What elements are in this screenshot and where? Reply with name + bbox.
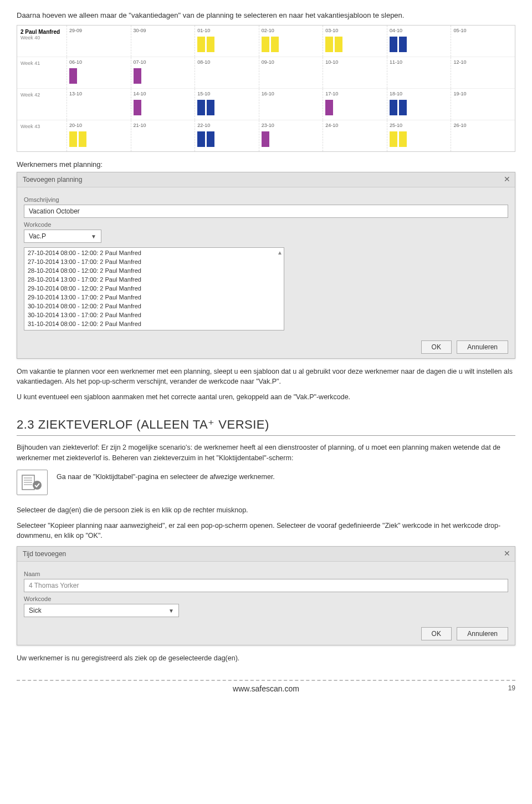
- calendar-day[interactable]: 19-10: [451, 89, 515, 120]
- shift-block[interactable]: [207, 131, 214, 147]
- divider: [17, 435, 515, 436]
- list-item[interactable]: 30-10-2014 08:00 - 12:00: 2 Paul Manfred: [28, 302, 280, 311]
- day-date: 19-10: [453, 91, 513, 96]
- shift-block[interactable]: [69, 131, 77, 147]
- shift-block[interactable]: [197, 100, 205, 115]
- calendar-day[interactable]: 12-10: [451, 57, 515, 88]
- paragraph: Bijhouden van ziekteverlof: Er zijn 2 mo…: [17, 442, 515, 462]
- shift-block[interactable]: [197, 131, 205, 147]
- calendar-day[interactable]: 24-10: [323, 120, 387, 151]
- shift-block[interactable]: [390, 100, 397, 115]
- shift-block[interactable]: [325, 37, 333, 52]
- shift-block[interactable]: [399, 131, 407, 147]
- close-icon[interactable]: ✕: [504, 549, 510, 558]
- day-date: 12-10: [453, 59, 513, 65]
- cancel-button[interactable]: Annuleren: [457, 340, 508, 354]
- scroll-up-icon[interactable]: ▲: [277, 249, 283, 257]
- calendar-day[interactable]: 01-10: [195, 26, 259, 57]
- omschrijving-label: Omschrijving: [24, 196, 508, 203]
- row-label: Week 42: [17, 89, 67, 120]
- close-icon[interactable]: ✕: [504, 175, 510, 184]
- dialog-title-text: Tijd toevoegen: [23, 550, 66, 558]
- list-item[interactable]: 29-10-2014 08:00 - 12:00: 2 Paul Manfred: [28, 284, 280, 293]
- shift-block[interactable]: [262, 37, 269, 52]
- calendar-day[interactable]: 29-09: [67, 26, 131, 57]
- list-item[interactable]: 28-10-2014 08:00 - 12:00: 2 Paul Manfred: [28, 267, 280, 276]
- planning-entries-list[interactable]: ▲ 27-10-2014 08:00 - 12:00: 2 Paul Manfr…: [24, 247, 284, 330]
- day-date: 23-10: [262, 123, 321, 128]
- ok-button[interactable]: OK: [421, 627, 452, 640]
- shift-block[interactable]: [399, 37, 407, 52]
- shift-block[interactable]: [325, 100, 333, 115]
- shift-block[interactable]: [197, 37, 205, 52]
- day-date: 20-10: [69, 123, 129, 128]
- shift-block[interactable]: [79, 131, 86, 147]
- calendar-day[interactable]: 05-10: [451, 26, 515, 57]
- ok-button[interactable]: OK: [421, 340, 452, 354]
- calendar-day[interactable]: 13-10: [67, 89, 131, 120]
- calendar-day[interactable]: 30-09: [131, 26, 196, 57]
- shift-block[interactable]: [207, 100, 214, 115]
- shift-block[interactable]: [399, 100, 407, 115]
- row-label: Week 41: [17, 57, 67, 88]
- shift-block[interactable]: [134, 68, 141, 84]
- calendar-day[interactable]: 22-10: [195, 120, 259, 151]
- day-date: 21-10: [134, 123, 193, 128]
- list-item[interactable]: 27-10-2014 13:00 - 17:00: 2 Paul Manfred: [28, 258, 280, 267]
- calendar-day[interactable]: 14-10: [131, 89, 196, 120]
- omschrijving-input[interactable]: Vacation October: [24, 205, 508, 218]
- calendar-day[interactable]: 15-10: [195, 89, 259, 120]
- day-date: 24-10: [325, 123, 385, 128]
- workcode-select[interactable]: Sick ▼: [24, 604, 179, 617]
- shift-block[interactable]: [271, 37, 279, 52]
- list-item[interactable]: 29-10-2014 13:00 - 17:00: 2 Paul Manfred: [28, 293, 280, 302]
- shift-block[interactable]: [207, 37, 214, 52]
- calendar-day[interactable]: 10-10: [323, 57, 387, 88]
- calendar-day[interactable]: 07-10: [131, 57, 196, 88]
- day-date: 09-10: [262, 59, 321, 65]
- cancel-button[interactable]: Annuleren: [457, 627, 508, 640]
- calendar-day[interactable]: 26-10: [451, 120, 515, 151]
- shift-block[interactable]: [390, 131, 397, 147]
- calendar-day[interactable]: 09-10: [259, 57, 324, 88]
- paragraph: Selecteer "Kopieer planning naar aanwezi…: [17, 521, 515, 541]
- section-title-planning: Werknemers met planning:: [17, 160, 515, 169]
- list-item[interactable]: 27-10-2014 08:00 - 12:00: 2 Paul Manfred: [28, 249, 280, 258]
- calendar-day[interactable]: 18-10: [387, 89, 452, 120]
- paragraph: Selecteer de dag(en) die de persoon ziek…: [17, 505, 515, 515]
- shift-block[interactable]: [69, 68, 77, 84]
- day-date: 11-10: [390, 59, 449, 65]
- calendar-day[interactable]: 23-10: [259, 120, 324, 151]
- workcode-value: Vac.P: [29, 232, 46, 240]
- row-label: 2 Paul ManfredWeek 40: [17, 26, 67, 57]
- dialog-title: Toevoegen planning ✕: [17, 172, 515, 187]
- list-item[interactable]: 31-10-2014 08:00 - 12:00: 2 Paul Manfred: [28, 320, 280, 329]
- week-label: Week 40: [21, 35, 63, 40]
- day-date: 05-10: [453, 28, 513, 33]
- paragraph: Om vakantie te plannen voor een werkneme…: [17, 367, 515, 386]
- calendar-day[interactable]: 06-10: [67, 57, 131, 88]
- calendar-day[interactable]: 20-10: [67, 120, 131, 151]
- chevron-down-icon: ▼: [91, 233, 96, 240]
- day-date: 30-09: [134, 28, 193, 33]
- footer-url: www.safescan.com: [233, 684, 299, 693]
- page-footer: www.safescan.com 19: [17, 680, 515, 693]
- calendar-day[interactable]: 25-10: [387, 120, 452, 151]
- shift-block[interactable]: [390, 37, 397, 52]
- calendar-day[interactable]: 17-10: [323, 89, 387, 120]
- calendar-day[interactable]: 08-10: [195, 57, 259, 88]
- calendar-day[interactable]: 04-10: [387, 26, 452, 57]
- dialog-title-text: Toevoegen planning: [23, 176, 82, 184]
- calendar-day[interactable]: 03-10: [323, 26, 387, 57]
- shift-block[interactable]: [134, 100, 141, 115]
- calendar-day[interactable]: 02-10: [259, 26, 324, 57]
- day-date: 22-10: [197, 123, 257, 128]
- calendar-day[interactable]: 16-10: [259, 89, 324, 120]
- list-item[interactable]: 30-10-2014 13:00 - 17:00: 2 Paul Manfred: [28, 311, 280, 320]
- calendar-day[interactable]: 11-10: [387, 57, 452, 88]
- calendar-day[interactable]: 21-10: [131, 120, 196, 151]
- workcode-select[interactable]: Vac.P ▼: [24, 230, 101, 243]
- list-item[interactable]: 28-10-2014 13:00 - 17:00: 2 Paul Manfred: [28, 276, 280, 284]
- shift-block[interactable]: [262, 131, 269, 147]
- shift-block[interactable]: [335, 37, 342, 52]
